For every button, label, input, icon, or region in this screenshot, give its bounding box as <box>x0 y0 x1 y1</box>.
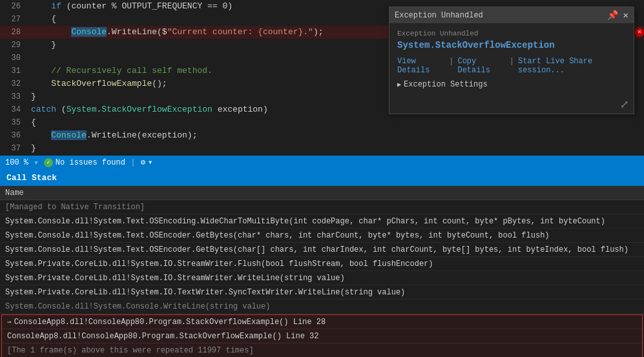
no-issues-indicator[interactable]: ✓ No issues found <box>44 158 125 167</box>
exception-subtitle: Exception Unhandled <box>397 30 626 37</box>
code-editor: 26 if (counter % OUTPUT_FREQUENCY == 0) … <box>0 0 644 155</box>
call-stack-header: Call Stack <box>0 169 644 186</box>
list-item: [The 1 frame(s) above this were repeated… <box>2 343 642 357</box>
view-details-link[interactable]: View Details <box>397 57 445 75</box>
current-frame-arrow: ⇒ <box>7 318 12 326</box>
copy-details-link[interactable]: Copy Details <box>457 57 505 75</box>
list-item[interactable]: System.Console.dll!System.Text.OSEncoder… <box>0 243 644 257</box>
dropdown-icon[interactable]: ▾ <box>148 158 152 167</box>
column-name-label: Name <box>5 189 24 198</box>
exception-popup: Exception Unhandled 📌 ✕ Exception Unhand… <box>389 6 634 114</box>
status-bar-left: 100 % ▾ ✓ No issues found | ⚙ ▾ <box>5 158 152 168</box>
exception-header-title: Exception Unhandled <box>395 11 483 20</box>
list-item[interactable]: System.Console.dll!System.Text.OSEncodin… <box>0 214 644 229</box>
list-item[interactable]: System.Private.CoreLib.dll!System.IO.Str… <box>0 257 644 271</box>
call-stack-column-header: Name <box>0 186 644 200</box>
code-line-35: 35 { <box>0 116 644 129</box>
no-issues-text: No issues found <box>56 158 125 167</box>
exception-settings[interactable]: ▶ Exception Settings <box>397 80 626 89</box>
settings-icon[interactable]: ⚙ <box>141 158 145 167</box>
call-stack-items: [Managed to Native Transition] System.Co… <box>0 200 644 357</box>
code-line-36: 36 Console.WriteLine(exception); <box>0 129 644 142</box>
exception-header-icons: 📌 ✕ <box>607 10 628 21</box>
call-stack-title: Call Stack <box>6 173 57 183</box>
status-icons: ⚙ ▾ <box>141 158 152 167</box>
close-icon[interactable]: ✕ <box>623 10 628 21</box>
zoom-level[interactable]: 100 % <box>5 158 28 167</box>
check-circle-icon: ✓ <box>44 158 53 167</box>
list-item[interactable]: System.Console.dll!System.Text.OSEncoder… <box>0 229 644 243</box>
exception-footer: ⤢ <box>390 96 634 114</box>
pin-icon[interactable]: 📌 <box>607 10 618 21</box>
list-item[interactable]: System.Console.dll!System.Console.WriteL… <box>0 300 644 314</box>
exception-type: System.StackOverflowException <box>397 40 626 50</box>
status-bar: 100 % ▾ ✓ No issues found | ⚙ ▾ <box>0 155 644 169</box>
call-stack-panel: Call Stack Name [Managed to Native Trans… <box>0 169 644 357</box>
live-share-link[interactable]: Start Live Share session... <box>518 57 626 75</box>
exception-body: Exception Unhandled System.StackOverflow… <box>390 23 634 96</box>
exception-popup-header: Exception Unhandled 📌 ✕ <box>390 7 634 23</box>
code-line-37: 37 } <box>0 142 644 155</box>
error-indicator: ✕ <box>635 28 644 37</box>
list-item[interactable]: System.Private.CoreLib.dll!System.IO.Tex… <box>0 285 644 300</box>
list-item[interactable]: System.Private.CoreLib.dll!System.IO.Str… <box>0 271 644 285</box>
exception-settings-label: Exception Settings <box>404 80 488 89</box>
list-item[interactable]: [Managed to Native Transition] <box>0 200 644 214</box>
list-item[interactable]: ⇒ ConsoleApp8.dll!ConsoleApp80.Program.S… <box>2 315 642 329</box>
settings-arrow-icon: ▶ <box>397 81 401 88</box>
expand-icon[interactable]: ⤢ <box>620 98 628 111</box>
list-item[interactable]: ConsoleApp8.dll!ConsoleApp80.Program.Sta… <box>2 329 642 343</box>
exception-links: View Details | Copy Details | Start Live… <box>397 57 626 75</box>
call-stack-highlighted-group: ⇒ ConsoleApp8.dll!ConsoleApp80.Program.S… <box>1 314 643 357</box>
